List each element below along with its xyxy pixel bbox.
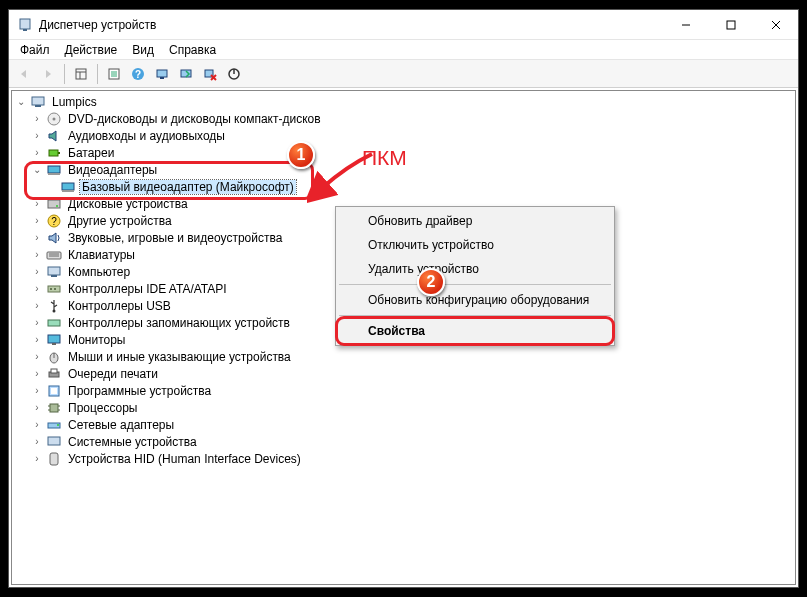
back-button xyxy=(13,63,35,85)
tree-item-hid[interactable]: › Устройства HID (Human Interface Device… xyxy=(12,450,795,467)
svg-rect-3 xyxy=(727,21,735,29)
window-controls xyxy=(663,10,798,39)
mouse-icon xyxy=(46,349,62,365)
svg-rect-61 xyxy=(48,437,60,445)
cm-disable-device[interactable]: Отключить устройство xyxy=(338,233,612,257)
menubar: Файл Действие Вид Справка xyxy=(9,40,798,60)
svg-point-25 xyxy=(53,117,56,120)
svg-rect-40 xyxy=(51,275,57,277)
battery-icon xyxy=(46,145,62,161)
cpu-icon xyxy=(46,400,62,416)
expand-arrow-icon[interactable]: ⌄ xyxy=(14,95,28,109)
properties-button[interactable] xyxy=(103,63,125,85)
minimize-button[interactable] xyxy=(663,10,708,39)
help-button[interactable]: ? xyxy=(127,63,149,85)
svg-point-44 xyxy=(53,309,56,312)
svg-point-33 xyxy=(56,205,58,207)
tree-item-audio[interactable]: › Аудиовходы и аудиовыходы xyxy=(12,127,795,144)
device-manager-window: Диспетчер устройств Файл Действие Вид Сп… xyxy=(8,9,799,588)
network-icon xyxy=(46,417,62,433)
svg-point-60 xyxy=(57,424,59,426)
sound-icon xyxy=(46,230,62,246)
titlebar: Диспетчер устройств xyxy=(9,10,798,40)
disk-icon xyxy=(46,196,62,212)
disable-button[interactable] xyxy=(223,63,245,85)
menu-help[interactable]: Справка xyxy=(162,41,223,59)
svg-rect-47 xyxy=(52,343,56,345)
svg-rect-54 xyxy=(50,404,58,412)
monitor-icon xyxy=(46,332,62,348)
display-adapter-icon xyxy=(46,162,62,178)
context-menu: Обновить драйвер Отключить устройство Уд… xyxy=(335,206,615,346)
uninstall-button[interactable] xyxy=(199,63,221,85)
window-title: Диспетчер устройств xyxy=(39,18,663,32)
cm-separator xyxy=(339,284,611,285)
svg-text:?: ? xyxy=(51,216,57,227)
svg-text:?: ? xyxy=(135,69,141,80)
keyboard-icon xyxy=(46,247,62,263)
tree-item-cpu[interactable]: › Процессоры xyxy=(12,399,795,416)
cm-separator xyxy=(339,315,611,316)
svg-rect-23 xyxy=(35,105,41,107)
svg-rect-39 xyxy=(48,267,60,275)
svg-rect-15 xyxy=(157,70,167,77)
ide-controller-icon xyxy=(46,281,62,297)
maximize-button[interactable] xyxy=(708,10,753,39)
tree-item-print[interactable]: › Очереди печати xyxy=(12,365,795,382)
tree-item-mouse[interactable]: › Мыши и иные указывающие устройства xyxy=(12,348,795,365)
cm-properties[interactable]: Свойства xyxy=(338,319,612,343)
svg-rect-28 xyxy=(48,166,60,173)
menu-file[interactable]: Файл xyxy=(13,41,57,59)
disc-icon xyxy=(46,111,62,127)
svg-rect-31 xyxy=(62,190,74,192)
svg-rect-51 xyxy=(51,369,57,373)
computer-icon xyxy=(30,94,46,110)
toolbar: ? xyxy=(9,60,798,88)
svg-rect-45 xyxy=(48,320,60,326)
svg-rect-43 xyxy=(54,288,56,290)
menu-action[interactable]: Действие xyxy=(58,41,125,59)
unknown-device-icon: ? xyxy=(46,213,62,229)
tree-item-network[interactable]: › Сетевые адаптеры xyxy=(12,416,795,433)
tree-item-system[interactable]: › Системные устройства xyxy=(12,433,795,450)
svg-rect-30 xyxy=(62,183,74,190)
update-driver-button[interactable] xyxy=(175,63,197,85)
collapse-arrow-icon[interactable]: › xyxy=(30,112,44,126)
svg-rect-53 xyxy=(51,388,57,394)
svg-rect-46 xyxy=(48,335,60,343)
tree-root[interactable]: ⌄ Lumpics xyxy=(12,93,795,110)
tree-item-video-child[interactable]: Базовый видеоадаптер (Майкрософт) xyxy=(12,178,795,195)
svg-rect-6 xyxy=(76,69,86,79)
device-tree[interactable]: ⌄ Lumpics › DVD-дисководы и дисководы ко… xyxy=(11,90,796,585)
svg-rect-22 xyxy=(32,97,44,105)
computer-icon xyxy=(46,264,62,280)
app-icon xyxy=(17,17,33,33)
software-device-icon xyxy=(46,383,62,399)
tree-item-software[interactable]: › Программные устройства xyxy=(12,382,795,399)
svg-rect-27 xyxy=(58,152,60,154)
storage-controller-icon xyxy=(46,315,62,331)
hid-icon xyxy=(46,451,62,467)
svg-rect-0 xyxy=(20,19,30,29)
annotation-badge-1: 1 xyxy=(287,141,315,169)
svg-rect-29 xyxy=(48,173,60,175)
cm-remove-device[interactable]: Удалить устройство xyxy=(338,257,612,281)
cm-update-driver[interactable]: Обновить драйвер xyxy=(338,209,612,233)
cm-scan-hardware[interactable]: Обновить конфигурацию оборудования xyxy=(338,288,612,312)
svg-rect-42 xyxy=(50,288,52,290)
forward-button xyxy=(37,63,59,85)
annotation-badge-2: 2 xyxy=(417,268,445,296)
audio-icon xyxy=(46,128,62,144)
tree-item-dvd[interactable]: › DVD-дисководы и дисководы компакт-диск… xyxy=(12,110,795,127)
expand-arrow-icon[interactable]: ⌄ xyxy=(30,163,44,177)
display-adapter-icon xyxy=(60,179,76,195)
svg-rect-16 xyxy=(160,77,164,79)
usb-icon xyxy=(46,298,62,314)
scan-hardware-button[interactable] xyxy=(151,63,173,85)
close-button[interactable] xyxy=(753,10,798,39)
show-hide-tree-button[interactable] xyxy=(70,63,92,85)
svg-rect-62 xyxy=(50,453,58,465)
menu-view[interactable]: Вид xyxy=(125,41,161,59)
svg-rect-1 xyxy=(23,29,27,31)
svg-rect-26 xyxy=(49,150,58,156)
